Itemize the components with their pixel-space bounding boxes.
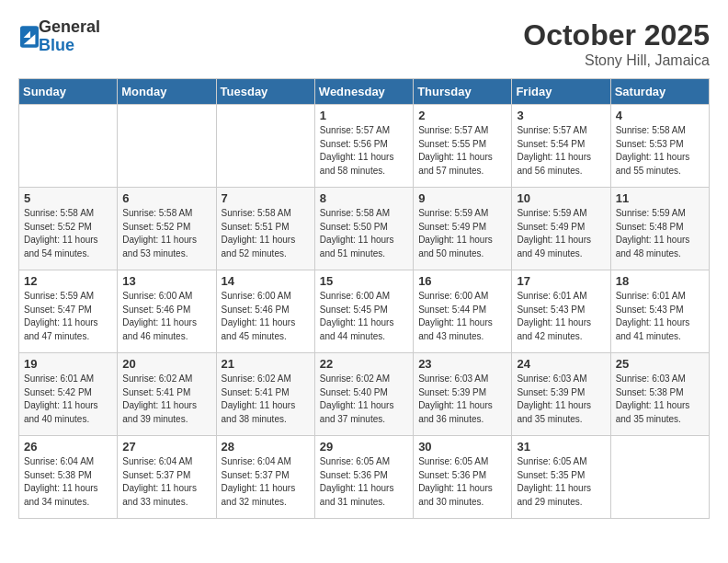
calendar-cell: 24Sunrise: 6:03 AM Sunset: 5:39 PM Dayli… xyxy=(512,353,610,436)
day-header-thursday: Thursday xyxy=(414,79,512,105)
week-row-0: 1Sunrise: 5:57 AM Sunset: 5:56 PM Daylig… xyxy=(19,105,710,188)
day-number: 26 xyxy=(24,440,112,454)
day-number: 7 xyxy=(222,191,310,205)
calendar-cell: 5Sunrise: 5:58 AM Sunset: 5:52 PM Daylig… xyxy=(19,188,118,270)
day-header-tuesday: Tuesday xyxy=(216,79,314,105)
logo-icon xyxy=(20,26,39,48)
calendar-cell: 4Sunrise: 5:58 AM Sunset: 5:53 PM Daylig… xyxy=(610,105,709,188)
calendar-body: 1Sunrise: 5:57 AM Sunset: 5:56 PM Daylig… xyxy=(19,105,710,519)
day-number: 1 xyxy=(320,109,408,122)
calendar-cell: 20Sunrise: 6:02 AM Sunset: 5:41 PM Dayli… xyxy=(118,353,216,436)
calendar-cell xyxy=(19,105,118,188)
logo-general: General xyxy=(39,18,100,37)
day-info: Sunrise: 6:02 AM Sunset: 5:41 PM Dayligh… xyxy=(122,373,210,426)
day-number: 20 xyxy=(122,357,210,371)
calendar-table: SundayMondayTuesdayWednesdayThursdayFrid… xyxy=(18,78,710,519)
calendar-cell: 3Sunrise: 5:57 AM Sunset: 5:54 PM Daylig… xyxy=(512,105,610,188)
day-info: Sunrise: 6:01 AM Sunset: 5:43 PM Dayligh… xyxy=(616,290,704,343)
day-number: 25 xyxy=(616,357,704,371)
day-header-wednesday: Wednesday xyxy=(314,79,413,105)
day-info: Sunrise: 5:57 AM Sunset: 5:56 PM Dayligh… xyxy=(320,124,408,178)
calendar-cell: 13Sunrise: 6:00 AM Sunset: 5:46 PM Dayli… xyxy=(118,270,216,353)
day-info: Sunrise: 5:58 AM Sunset: 5:51 PM Dayligh… xyxy=(222,207,310,260)
logo-text: General Blue xyxy=(39,18,100,55)
day-info: Sunrise: 5:58 AM Sunset: 5:53 PM Dayligh… xyxy=(616,124,704,178)
day-number: 4 xyxy=(616,109,704,122)
day-info: Sunrise: 5:59 AM Sunset: 5:47 PM Dayligh… xyxy=(24,290,112,343)
calendar-cell: 10Sunrise: 5:59 AM Sunset: 5:49 PM Dayli… xyxy=(512,188,610,270)
calendar-cell: 27Sunrise: 6:04 AM Sunset: 5:37 PM Dayli… xyxy=(118,436,216,519)
day-info: Sunrise: 6:05 AM Sunset: 5:36 PM Dayligh… xyxy=(320,455,408,509)
calendar-cell: 8Sunrise: 5:58 AM Sunset: 5:50 PM Daylig… xyxy=(314,188,413,270)
day-header-sunday: Sunday xyxy=(19,79,118,105)
calendar-cell: 18Sunrise: 6:01 AM Sunset: 5:43 PM Dayli… xyxy=(610,270,709,353)
calendar-cell: 14Sunrise: 6:00 AM Sunset: 5:46 PM Dayli… xyxy=(216,270,314,353)
calendar-cell: 30Sunrise: 6:05 AM Sunset: 5:36 PM Dayli… xyxy=(414,436,512,519)
day-info: Sunrise: 6:05 AM Sunset: 5:35 PM Dayligh… xyxy=(517,455,605,509)
calendar-cell: 11Sunrise: 5:59 AM Sunset: 5:48 PM Dayli… xyxy=(610,188,709,270)
day-info: Sunrise: 6:00 AM Sunset: 5:46 PM Dayligh… xyxy=(222,290,310,343)
title-block: October 2025 Stony Hill, Jamaica xyxy=(523,18,710,69)
day-number: 30 xyxy=(418,440,506,454)
day-info: Sunrise: 6:04 AM Sunset: 5:37 PM Dayligh… xyxy=(122,455,210,509)
day-number: 29 xyxy=(320,440,408,454)
day-number: 22 xyxy=(320,357,408,371)
day-info: Sunrise: 6:04 AM Sunset: 5:37 PM Dayligh… xyxy=(222,455,310,509)
day-number: 2 xyxy=(418,109,506,122)
calendar-cell: 12Sunrise: 5:59 AM Sunset: 5:47 PM Dayli… xyxy=(19,270,118,353)
day-number: 8 xyxy=(320,191,408,205)
calendar-cell: 7Sunrise: 5:58 AM Sunset: 5:51 PM Daylig… xyxy=(216,188,314,270)
day-number: 11 xyxy=(616,191,704,205)
day-info: Sunrise: 5:59 AM Sunset: 5:49 PM Dayligh… xyxy=(517,207,605,260)
calendar-cell: 21Sunrise: 6:02 AM Sunset: 5:41 PM Dayli… xyxy=(216,353,314,436)
day-info: Sunrise: 6:03 AM Sunset: 5:39 PM Dayligh… xyxy=(517,373,605,426)
day-header-monday: Monday xyxy=(118,79,216,105)
day-number: 6 xyxy=(122,191,210,205)
calendar-cell: 15Sunrise: 6:00 AM Sunset: 5:45 PM Dayli… xyxy=(314,270,413,353)
calendar-cell xyxy=(216,105,314,188)
week-row-4: 26Sunrise: 6:04 AM Sunset: 5:38 PM Dayli… xyxy=(19,436,710,519)
calendar-cell: 2Sunrise: 5:57 AM Sunset: 5:55 PM Daylig… xyxy=(414,105,512,188)
day-info: Sunrise: 6:02 AM Sunset: 5:40 PM Dayligh… xyxy=(320,373,408,426)
day-number: 16 xyxy=(418,274,506,288)
day-number: 5 xyxy=(24,191,112,205)
day-info: Sunrise: 5:59 AM Sunset: 5:48 PM Dayligh… xyxy=(616,207,704,260)
day-info: Sunrise: 5:58 AM Sunset: 5:52 PM Dayligh… xyxy=(122,207,210,260)
calendar-cell: 31Sunrise: 6:05 AM Sunset: 5:35 PM Dayli… xyxy=(512,436,610,519)
day-number: 14 xyxy=(222,274,310,288)
day-number: 27 xyxy=(122,440,210,454)
day-info: Sunrise: 6:03 AM Sunset: 5:39 PM Dayligh… xyxy=(418,373,506,426)
day-header-friday: Friday xyxy=(512,79,610,105)
day-info: Sunrise: 5:57 AM Sunset: 5:54 PM Dayligh… xyxy=(517,124,605,178)
calendar-cell: 17Sunrise: 6:01 AM Sunset: 5:43 PM Dayli… xyxy=(512,270,610,353)
day-number: 10 xyxy=(517,191,605,205)
calendar-cell: 23Sunrise: 6:03 AM Sunset: 5:39 PM Dayli… xyxy=(414,353,512,436)
calendar-cell: 1Sunrise: 5:57 AM Sunset: 5:56 PM Daylig… xyxy=(314,105,413,188)
day-number: 17 xyxy=(517,274,605,288)
day-number: 3 xyxy=(517,109,605,122)
day-info: Sunrise: 6:00 AM Sunset: 5:44 PM Dayligh… xyxy=(418,290,506,343)
calendar-cell: 28Sunrise: 6:04 AM Sunset: 5:37 PM Dayli… xyxy=(216,436,314,519)
day-number: 21 xyxy=(222,357,310,371)
day-number: 19 xyxy=(24,357,112,371)
calendar-cell xyxy=(118,105,216,188)
day-header-saturday: Saturday xyxy=(610,79,709,105)
day-info: Sunrise: 6:05 AM Sunset: 5:36 PM Dayligh… xyxy=(418,455,506,509)
calendar-cell xyxy=(610,436,709,519)
day-info: Sunrise: 6:01 AM Sunset: 5:43 PM Dayligh… xyxy=(517,290,605,343)
month-title: October 2025 xyxy=(523,18,710,52)
day-info: Sunrise: 5:57 AM Sunset: 5:55 PM Dayligh… xyxy=(418,124,506,178)
day-number: 9 xyxy=(418,191,506,205)
day-number: 15 xyxy=(320,274,408,288)
day-number: 12 xyxy=(24,274,112,288)
day-info: Sunrise: 6:01 AM Sunset: 5:42 PM Dayligh… xyxy=(24,373,112,426)
day-info: Sunrise: 6:02 AM Sunset: 5:41 PM Dayligh… xyxy=(222,373,310,426)
page-header: General Blue October 2025 Stony Hill, Ja… xyxy=(18,18,710,69)
week-row-3: 19Sunrise: 6:01 AM Sunset: 5:42 PM Dayli… xyxy=(19,353,710,436)
calendar-header-row: SundayMondayTuesdayWednesdayThursdayFrid… xyxy=(19,79,710,105)
week-row-2: 12Sunrise: 5:59 AM Sunset: 5:47 PM Dayli… xyxy=(19,270,710,353)
week-row-1: 5Sunrise: 5:58 AM Sunset: 5:52 PM Daylig… xyxy=(19,188,710,270)
calendar-cell: 25Sunrise: 6:03 AM Sunset: 5:38 PM Dayli… xyxy=(610,353,709,436)
day-info: Sunrise: 6:00 AM Sunset: 5:45 PM Dayligh… xyxy=(320,290,408,343)
day-info: Sunrise: 5:58 AM Sunset: 5:50 PM Dayligh… xyxy=(320,207,408,260)
